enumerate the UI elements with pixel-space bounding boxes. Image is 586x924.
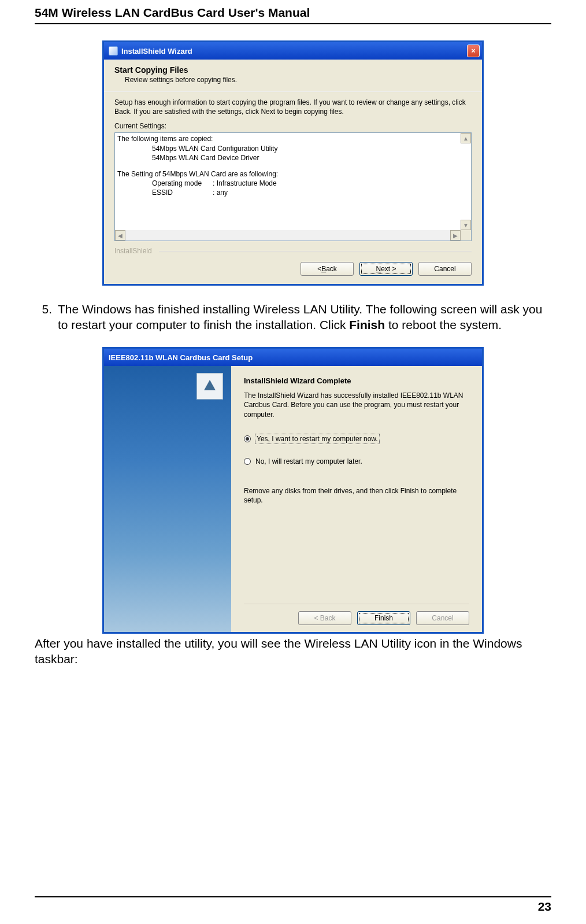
dialog-paragraph: Remove any disks from their drives, and … — [244, 486, 469, 505]
text-bold: Finish — [349, 318, 385, 331]
setting-value: : Infrastructure Mode — [213, 179, 277, 188]
radio-dot-icon — [244, 435, 251, 442]
dialog-heading: InstallShield Wizard Complete — [244, 376, 469, 385]
finish-button[interactable]: Finish — [357, 611, 410, 625]
setting-value: : any — [213, 188, 228, 197]
button-label-part: ext > — [381, 265, 396, 273]
scroll-corner — [461, 230, 471, 241]
dialog-paragraph: The InstallShield Wizard has successfull… — [244, 391, 469, 419]
dialog-title: InstallShield Wizard — [121, 47, 192, 56]
cancel-button: Cancel — [416, 611, 469, 625]
scroll-right-icon[interactable]: ▶ — [450, 230, 461, 241]
header-rule — [35, 23, 551, 24]
setup-complete-dialog: IEEE802.11b WLAN Cardbus Card Setup Inst… — [102, 347, 484, 634]
after-install-text: After you have installed the utility, yo… — [35, 635, 551, 667]
brand-label: InstallShield — [104, 247, 482, 255]
list-header: The Setting of 54Mbps WLAN Card are as f… — [117, 169, 458, 179]
scroll-up-icon[interactable]: ▲ — [461, 133, 471, 143]
scroll-down-icon[interactable]: ▼ — [461, 220, 471, 230]
step-text: The Windows has finished installing Wire… — [58, 302, 551, 333]
back-button[interactable]: < Back — [301, 262, 354, 276]
wizard-sidebar — [104, 366, 231, 632]
close-icon[interactable]: × — [467, 45, 480, 57]
page-header: 54M Wireless LAN CardBus Card User's Man… — [35, 0, 551, 23]
radio-restart-later[interactable]: No, I will restart my computer later. — [244, 457, 469, 465]
button-label-part: N — [376, 265, 381, 273]
dialog-subheading: Review settings before copying files. — [125, 76, 472, 84]
list-item: Operating mode : Infrastructure Mode — [117, 179, 458, 188]
page-number: 23 — [35, 897, 551, 914]
list-item: 54Mbps WLAN Card Configuration Utility — [117, 144, 458, 153]
radio-label: Yes, I want to restart my computer now. — [255, 434, 379, 443]
cancel-button[interactable]: Cancel — [418, 262, 472, 276]
instruction-text: Setup has enough information to start co… — [114, 98, 472, 116]
button-label-part: ack — [326, 265, 337, 273]
current-settings-label: Current Settings: — [114, 122, 472, 130]
setting-key: ESSID — [117, 188, 213, 197]
button-label-part: B — [321, 265, 326, 273]
radio-restart-now[interactable]: Yes, I want to restart my computer now. — [244, 434, 469, 443]
list-item: ESSID : any — [117, 188, 458, 197]
dialog-heading: Start Copying Files — [114, 65, 472, 75]
step-number: 5. — [35, 302, 52, 333]
settings-listbox[interactable]: The following items are copied: 54Mbps W… — [114, 132, 472, 241]
list-item: 54Mbps WLAN Card Device Driver — [117, 153, 458, 162]
step-5: 5. The Windows has finished installing W… — [35, 302, 551, 343]
next-button[interactable]: Next > — [359, 262, 413, 276]
radio-dot-icon — [244, 458, 251, 465]
text-part: to reboot the system. — [385, 318, 502, 331]
wizard-logo-icon — [196, 373, 223, 400]
dialog-title: IEEE802.11b WLAN Cardbus Card Setup — [109, 353, 253, 362]
back-button: < Back — [298, 611, 351, 625]
scroll-left-icon[interactable]: ◀ — [115, 230, 125, 241]
dialog-titlebar[interactable]: InstallShield Wizard × — [104, 42, 482, 60]
installshield-dialog: InstallShield Wizard × Start Copying Fil… — [102, 40, 484, 286]
horizontal-scrollbar[interactable]: ◀ ▶ — [115, 230, 461, 241]
setting-key: Operating mode — [117, 179, 213, 188]
radio-label: No, I will restart my computer later. — [255, 457, 362, 465]
list-header: The following items are copied: — [117, 134, 458, 143]
button-label-part: < — [317, 265, 321, 273]
app-icon — [109, 46, 118, 56]
dialog-titlebar[interactable]: IEEE802.11b WLAN Cardbus Card Setup — [104, 349, 482, 366]
separator — [104, 91, 482, 92]
